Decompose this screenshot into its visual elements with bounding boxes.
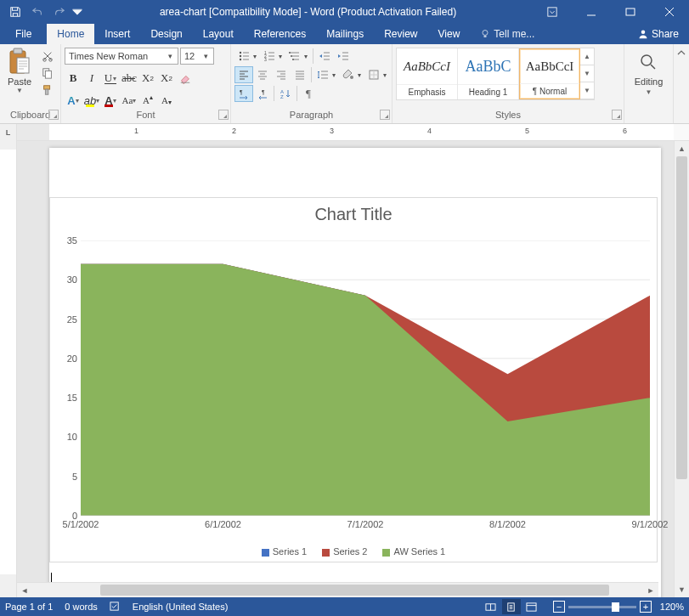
paste-button[interactable]: Paste ▼ — [3, 48, 36, 110]
redo-icon[interactable] — [49, 3, 70, 21]
tab-references[interactable]: References — [244, 24, 316, 44]
ltr-button[interactable]: ¶ — [234, 85, 253, 102]
tell-me-search[interactable]: Tell me... — [470, 24, 545, 44]
scroll-thumb-h[interactable] — [100, 585, 609, 596]
text-effects-button[interactable]: A▾ — [65, 92, 82, 109]
qat-customize-icon[interactable] — [71, 3, 83, 21]
strikethrough-button[interactable]: abc — [121, 70, 138, 87]
cut-button[interactable] — [39, 48, 56, 65]
horizontal-ruler[interactable]: 1 2 3 4 5 6 — [17, 124, 689, 140]
show-marks-button[interactable]: ¶ — [299, 85, 318, 102]
chevron-down-icon[interactable]: ▾ — [304, 48, 311, 65]
styles-dialog-launcher[interactable] — [612, 110, 622, 120]
tab-file[interactable]: File — [0, 24, 47, 44]
vertical-scrollbar[interactable]: ▲ ▼ — [674, 141, 689, 597]
chevron-down-icon[interactable]: ▾ — [253, 48, 260, 65]
shrink-font-button[interactable]: A▾ — [158, 92, 175, 109]
rtl-button[interactable]: ¶ — [253, 85, 272, 102]
status-words[interactable]: 0 words — [65, 602, 98, 612]
zoom-out-button[interactable]: − — [553, 601, 565, 613]
status-page[interactable]: Page 1 of 1 — [5, 602, 53, 612]
tab-home[interactable]: Home — [47, 24, 94, 44]
highlight-button[interactable]: ab▾ — [83, 92, 100, 109]
chart-object[interactable]: Chart Title 05101520253035 5/1/20026/1/2… — [49, 197, 658, 562]
gallery-down-button[interactable]: ▼ — [580, 65, 594, 82]
superscript-button[interactable]: X2 — [158, 70, 175, 87]
tab-insert[interactable]: Insert — [94, 24, 140, 44]
paragraph-dialog-launcher[interactable] — [380, 110, 390, 120]
status-language[interactable]: English (United States) — [133, 602, 229, 612]
underline-button[interactable]: U▾ — [102, 70, 119, 87]
close-icon[interactable] — [650, 0, 689, 24]
multilevel-list-button[interactable] — [285, 48, 304, 65]
font-name-combo[interactable]: Times New Roman▾ — [65, 48, 178, 65]
zoom-slider[interactable] — [568, 606, 636, 608]
subscript-button[interactable]: X2 — [139, 70, 156, 87]
document-scroll[interactable]: Chart Title 05101520253035 5/1/20026/1/2… — [17, 141, 674, 597]
sort-button[interactable]: AZ — [276, 85, 295, 102]
chevron-down-icon[interactable]: ▾ — [279, 48, 285, 65]
increase-indent-button[interactable] — [334, 48, 353, 65]
align-center-button[interactable] — [253, 66, 272, 83]
legend-swatch — [382, 549, 390, 557]
bullets-button[interactable] — [234, 48, 253, 65]
shading-button[interactable] — [339, 66, 358, 83]
tab-design[interactable]: Design — [140, 24, 192, 44]
gallery-up-button[interactable]: ▲ — [580, 48, 594, 65]
read-mode-button[interactable] — [482, 599, 500, 614]
change-case-button[interactable]: Aa▾ — [121, 92, 138, 109]
maximize-icon[interactable] — [611, 0, 650, 24]
decrease-indent-button[interactable] — [315, 48, 334, 65]
font-dialog-launcher[interactable] — [218, 110, 229, 120]
scroll-right-button[interactable]: ► — [643, 583, 658, 597]
page[interactable]: Chart Title 05101520253035 5/1/20026/1/2… — [49, 148, 661, 597]
chevron-down-icon[interactable]: ▾ — [332, 66, 339, 83]
zoom-level[interactable]: 120% — [660, 602, 684, 612]
style-emphasis[interactable]: AaBbCcI Emphasis — [397, 48, 458, 99]
grow-font-button[interactable]: A▴ — [139, 92, 156, 109]
bold-button[interactable]: B — [65, 70, 82, 87]
font-color-button[interactable]: A▾ — [102, 92, 119, 109]
tab-selector[interactable]: L — [0, 124, 17, 141]
scroll-left-button[interactable]: ◄ — [17, 583, 32, 597]
y-tick: 25 — [67, 314, 77, 325]
spelling-icon[interactable] — [110, 601, 121, 613]
tab-review[interactable]: Review — [374, 24, 427, 44]
numbering-button[interactable]: 123 — [260, 48, 279, 65]
clipboard-dialog-launcher[interactable] — [48, 110, 59, 120]
vertical-ruler[interactable] — [0, 141, 17, 597]
tab-layout[interactable]: Layout — [193, 24, 244, 44]
scroll-down-button[interactable]: ▼ — [675, 582, 689, 597]
style-heading-1[interactable]: AaBbC Heading 1 — [458, 48, 519, 99]
align-right-button[interactable] — [272, 66, 291, 83]
zoom-in-button[interactable]: + — [640, 601, 652, 613]
share-button[interactable]: Share — [628, 24, 689, 44]
gallery-more-button[interactable]: ▼ — [580, 82, 594, 99]
print-layout-button[interactable] — [502, 599, 521, 614]
clear-formatting-button[interactable] — [177, 70, 194, 87]
chevron-down-icon[interactable]: ▾ — [383, 66, 390, 83]
justify-button[interactable] — [291, 66, 309, 83]
zoom-slider-knob[interactable] — [612, 602, 619, 612]
scroll-up-button[interactable]: ▲ — [675, 141, 689, 156]
minimize-icon[interactable] — [572, 0, 611, 24]
borders-button[interactable] — [364, 66, 383, 83]
tab-mailings[interactable]: Mailings — [316, 24, 374, 44]
horizontal-scrollbar[interactable]: ◄ ► — [17, 582, 658, 597]
italic-button[interactable]: I — [83, 70, 100, 87]
style-normal[interactable]: AaBbCcI ¶ Normal — [519, 48, 580, 99]
editing-button[interactable]: Editing ▼ — [631, 48, 667, 98]
align-left-button[interactable] — [234, 66, 253, 83]
collapse-ribbon-button[interactable] — [674, 44, 689, 123]
undo-icon[interactable] — [27, 3, 48, 21]
chevron-down-icon[interactable]: ▾ — [358, 66, 364, 83]
format-painter-button[interactable] — [39, 82, 56, 99]
copy-button[interactable] — [39, 65, 56, 82]
save-icon[interactable] — [5, 3, 25, 21]
scroll-thumb-v[interactable] — [676, 156, 687, 479]
web-layout-button[interactable] — [522, 599, 541, 614]
tab-view[interactable]: View — [428, 24, 471, 44]
line-spacing-button[interactable] — [313, 66, 332, 83]
ribbon-options-icon[interactable] — [533, 0, 572, 24]
font-size-combo[interactable]: 12▾ — [180, 48, 214, 65]
